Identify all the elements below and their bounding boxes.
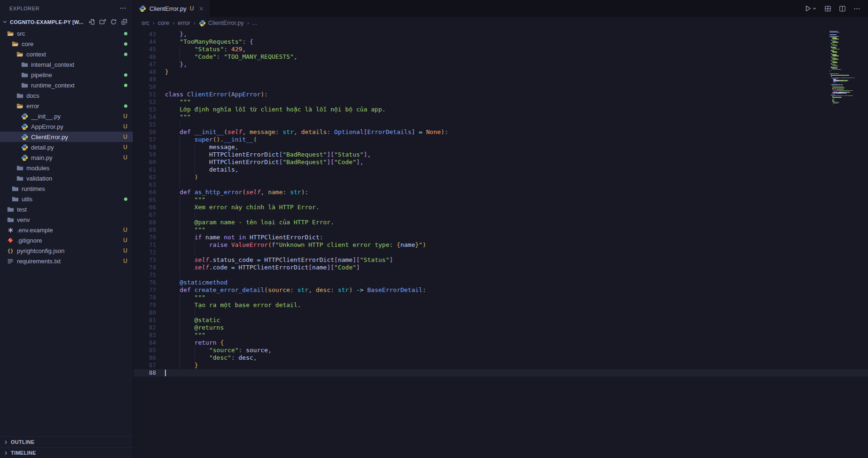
breadcrumb-[interactable]: ... — [252, 20, 257, 26]
code-line[interactable]: 79 Tạo ra một base error detail. — [133, 301, 868, 309]
tree-item-validation[interactable]: validation — [0, 173, 133, 183]
code-line[interactable]: 74 self.code = HTTPClientErrorDict[name]… — [133, 264, 868, 271]
tree-item-detail-py[interactable]: detail.pyU — [0, 142, 133, 152]
code-line[interactable]: 73 self.status_code = HTTPClientErrorDic… — [133, 256, 868, 264]
git-status-badge: U — [123, 134, 127, 140]
tree-item-internal-context[interactable]: internal_context — [0, 59, 133, 70]
code-line[interactable]: 69 """ — [133, 226, 868, 234]
code-line[interactable]: 63 — [133, 181, 868, 189]
code-line[interactable]: 49 — [133, 76, 868, 83]
minimap[interactable] — [827, 29, 868, 458]
code-line[interactable]: 80 — [133, 309, 868, 316]
code-line[interactable]: 84 return { — [133, 339, 868, 347]
tree-item-utils[interactable]: utils — [0, 194, 133, 204]
new-file-icon[interactable] — [87, 17, 97, 27]
line-number: 62 — [133, 174, 156, 181]
outline-section[interactable]: OUTLINE — [0, 436, 133, 447]
tree-item-modules[interactable]: modules — [0, 163, 133, 173]
code-line[interactable]: 52 """ — [133, 98, 868, 106]
timeline-section[interactable]: TIMELINE — [0, 447, 133, 458]
code-line[interactable]: 83 """ — [133, 332, 868, 339]
code-line[interactable]: 53 Lớp định nghĩa lỗi từ client hoặc là … — [133, 106, 868, 113]
code-line[interactable]: 67 — [133, 211, 868, 219]
code-line[interactable]: 86 "desc": desc, — [133, 354, 868, 362]
split-editor-icon[interactable] — [839, 5, 846, 12]
code-line[interactable]: 62 ) — [133, 174, 868, 181]
more-actions-icon[interactable] — [853, 5, 860, 12]
code-line[interactable]: 75 — [133, 271, 868, 279]
tree-item-venv[interactable]: venv — [0, 214, 133, 225]
code-line[interactable]: 48} — [133, 68, 868, 76]
tab-clienterror-py[interactable]: ClientError.py U — [133, 0, 211, 17]
run-dropdown-icon[interactable] — [812, 4, 817, 13]
breadcrumb-core[interactable]: core — [158, 20, 169, 26]
code-line[interactable]: 55 — [133, 121, 868, 128]
code-line[interactable]: 87 } — [133, 362, 868, 369]
collapse-all-icon[interactable] — [119, 17, 129, 27]
tree-item-pyrightconfig-json[interactable]: {}pyrightconfig.jsonU — [0, 245, 133, 256]
code-line[interactable]: 88 — [133, 369, 868, 377]
code-line[interactable]: 47 }, — [133, 61, 868, 68]
code-line[interactable]: 54 """ — [133, 113, 868, 121]
code-line[interactable]: 76 @staticmethod — [133, 279, 868, 286]
code-line[interactable]: 72 — [133, 249, 868, 256]
code-line[interactable]: 71 raise ValueError(f"Unknown HTTP clien… — [133, 241, 868, 249]
code-line[interactable]: 66 Xem error này chính là HTTP Error. — [133, 204, 868, 211]
workspace-section-header[interactable]: COGNITO-EXAMPLE-PY [W... — [0, 16, 133, 27]
code-line[interactable]: 68 @param name - tên loại của HTTP Error… — [133, 219, 868, 226]
code-line[interactable]: 65 """ — [133, 196, 868, 204]
code-line[interactable]: 64 def as_http_error(self, name: str): — [133, 189, 868, 196]
tree-item-requirements-txt[interactable]: requirements.txtU — [0, 256, 133, 266]
tree-item-runtimes[interactable]: runtimes — [0, 183, 133, 194]
code-line[interactable]: 51class ClientError(AppError): — [133, 91, 868, 98]
tree-item-env-example[interactable]: .env.exampleU — [0, 225, 133, 235]
code-line[interactable]: 59 HTTPClientErrorDict["BadRequest"]["St… — [133, 151, 868, 158]
code-line[interactable]: 56 def __init__(self, message: str, deta… — [133, 128, 868, 136]
editor-grid-icon[interactable] — [824, 5, 831, 12]
code-line[interactable]: 45 "Status": 429, — [133, 46, 868, 53]
code-line[interactable]: 43 }, — [133, 31, 868, 38]
tree-item-main-py[interactable]: main.pyU — [0, 152, 133, 163]
git-modified-dot — [124, 104, 127, 108]
tree-item-gitignore[interactable]: .gitignoreU — [0, 235, 133, 245]
tree-item-context[interactable]: context — [0, 49, 133, 59]
code-line[interactable]: 46 "Code": "TOO_MANY_REQUESTS", — [133, 53, 868, 61]
tree-item-clienterror-py[interactable]: ClientError.pyU — [0, 132, 133, 142]
code-line[interactable]: 50 — [133, 83, 868, 91]
tree-item-runtime-context[interactable]: runtime_context — [0, 80, 133, 90]
refresh-icon[interactable] — [109, 17, 118, 27]
code-line[interactable]: 57 super().__init__( — [133, 136, 868, 143]
tree-item-label: error — [26, 103, 124, 110]
code-line[interactable]: 81 @static — [133, 316, 868, 324]
line-number: 56 — [133, 128, 156, 136]
breadcrumb-error[interactable]: error — [178, 20, 190, 26]
code-line[interactable]: 58 message, — [133, 143, 868, 151]
tree-item-error[interactable]: error — [0, 101, 133, 111]
explorer-more-actions-icon[interactable] — [119, 5, 126, 12]
folder-icon — [11, 195, 19, 203]
tree-item-core[interactable]: core — [0, 39, 133, 49]
tree-item-init-py[interactable]: __init__.pyU — [0, 111, 133, 121]
code-line[interactable]: 85 "source": source, — [133, 347, 868, 354]
tree-item-test[interactable]: test — [0, 204, 133, 214]
code-line[interactable]: 44 "TooManyRequests": { — [133, 38, 868, 46]
indent-guide — [195, 347, 195, 354]
close-icon[interactable] — [198, 6, 204, 12]
run-python-file-button[interactable] — [804, 4, 817, 13]
code-line[interactable]: 60 HTTPClientErrorDict["BadRequest"]["Co… — [133, 158, 868, 166]
tree-item-pipeline[interactable]: pipeline — [0, 70, 133, 80]
code-line[interactable]: 77 def create_error_detail(source: str, … — [133, 286, 868, 294]
code-line[interactable]: 78 """ — [133, 294, 868, 301]
indent-guide — [195, 241, 195, 249]
code-line[interactable]: 82 @returns — [133, 324, 868, 332]
code-editor[interactable]: 43 },44 "TooManyRequests": {45 "Status":… — [133, 29, 868, 458]
code-line[interactable]: 70 if name not in HTTPClientErrorDict: — [133, 234, 868, 241]
tree-item-src[interactable]: src — [0, 28, 133, 39]
breadcrumb-clienterror-py[interactable]: ClientError.py — [199, 20, 244, 27]
tree-item-apperror-py[interactable]: AppError.pyU — [0, 121, 133, 132]
tree-item-docs[interactable]: docs — [0, 90, 133, 101]
line-number: 76 — [133, 279, 156, 286]
breadcrumb-src[interactable]: src — [141, 20, 149, 26]
new-folder-icon[interactable] — [98, 17, 108, 27]
code-line[interactable]: 61 details, — [133, 166, 868, 174]
